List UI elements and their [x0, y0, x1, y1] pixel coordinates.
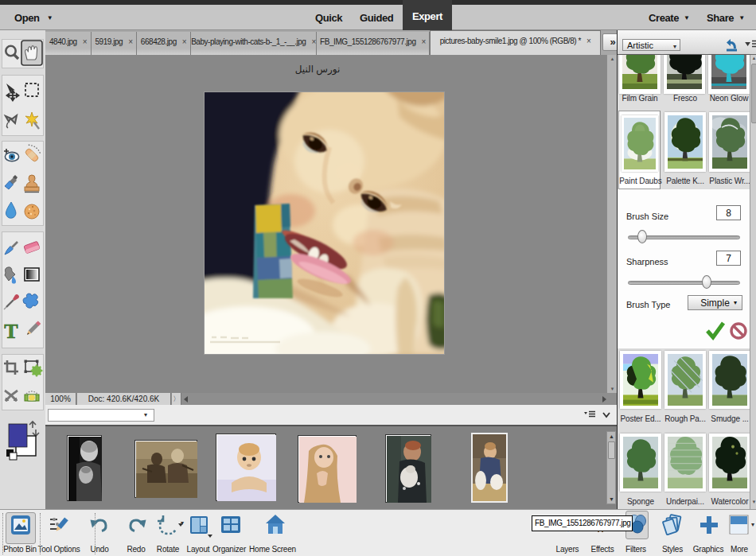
svg-text:T: T	[4, 320, 18, 343]
